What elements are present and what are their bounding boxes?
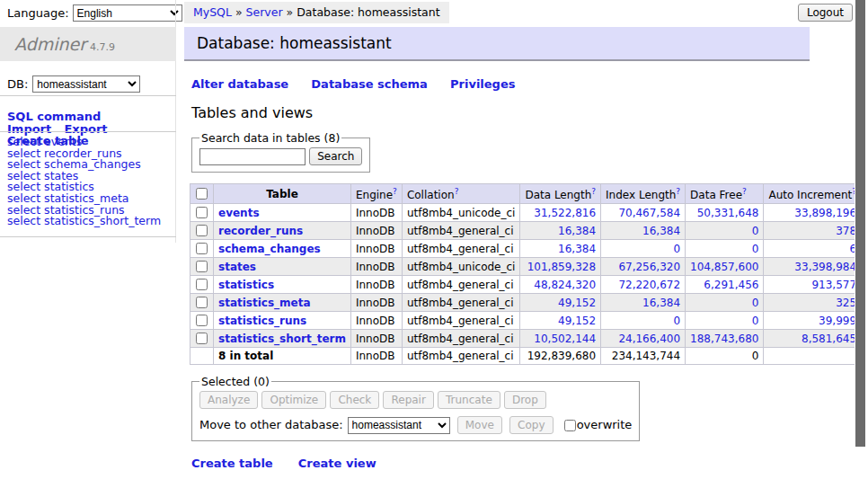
table-link-statistics_short_term[interactable]: statistics_short_term — [218, 333, 346, 345]
database-nav-links: Alter database Database schema Privilege… — [191, 77, 831, 91]
help-link-data-length[interactable]: ? — [591, 187, 596, 196]
move-db-select[interactable]: homeassistant — [348, 417, 450, 434]
breadcrumb-link-server[interactable]: Server — [246, 5, 283, 19]
breadcrumb-link-mysql[interactable]: MySQL — [193, 5, 232, 19]
cell-collation: utf8mb4_general_ci — [402, 276, 520, 294]
help-link-collation[interactable]: ? — [455, 187, 459, 196]
cell-index-length: 70,467,584 — [601, 204, 686, 222]
select-all-checkbox[interactable] — [196, 188, 208, 200]
table-row: statisticsInnoDButf8mb4_general_ci48,824… — [190, 276, 868, 294]
cell-index-length: 16,384 — [601, 222, 686, 240]
total-checkbox-spacer — [190, 348, 214, 365]
table-link-states[interactable]: states — [218, 261, 256, 273]
table-link-recorder_runs[interactable]: recorder_runs — [218, 225, 303, 237]
column-header-engine: Engine? — [350, 184, 402, 204]
cell-collation: utf8mb4_unicode_ci — [402, 258, 520, 276]
nav-link-privileges[interactable]: Privileges — [450, 77, 515, 91]
cell-engine: InnoDB — [350, 204, 402, 222]
row-checkbox-schema_changes[interactable] — [196, 243, 208, 254]
table-link-statistics_runs[interactable]: statistics_runs — [218, 315, 306, 327]
row-checkbox-statistics[interactable] — [196, 279, 208, 290]
row-checkbox-cell — [190, 258, 214, 276]
overwrite-checkbox[interactable] — [564, 420, 576, 431]
cell-data-length: 31,522,816 — [520, 204, 601, 222]
cell-data-free: 188,743,680 — [686, 330, 764, 348]
row-checkbox-cell — [190, 222, 214, 240]
sidebar-divider — [0, 131, 176, 132]
cell-engine: InnoDB — [350, 240, 402, 258]
nav-link-database-schema[interactable]: Database schema — [311, 77, 428, 91]
cell-auto-increment: 325 — [764, 294, 862, 312]
breadcrumb-separator: » — [287, 5, 294, 19]
cell-auto-increment: 33,398,984 — [764, 258, 862, 276]
table-row: recorder_runsInnoDButf8mb4_general_ci16,… — [190, 222, 868, 240]
vertical-scrollbar[interactable] — [855, 0, 868, 488]
cell-data-length: 10,502,144 — [520, 330, 601, 348]
help-link-index-length[interactable]: ? — [676, 187, 680, 196]
row-checkbox-events[interactable] — [196, 207, 208, 218]
row-checkbox-statistics_meta[interactable] — [196, 297, 208, 308]
total-data-free: 0 — [686, 348, 764, 365]
help-link-data-free[interactable]: ? — [742, 187, 747, 196]
table-header: TableEngine?Collation?Data Length?Index … — [190, 184, 868, 204]
row-checkbox-cell — [190, 294, 214, 312]
sidebar: Adminer4.7.9 DB:homeassistant SQL comman… — [0, 0, 176, 243]
cell-data-free: 0 — [686, 240, 764, 258]
sidebar-table-links: select eventsselect recorder_runsselect … — [7, 137, 174, 227]
cell-data-free: 0 — [686, 312, 764, 330]
cell-collation: utf8mb4_unicode_ci — [402, 204, 520, 222]
cell-index-length: 24,166,400 — [601, 330, 686, 348]
cell-auto-increment: 33,898,196 — [764, 204, 862, 222]
optimize-button: Optimize — [261, 391, 326, 409]
table-row: statistics_metaInnoDButf8mb4_general_ci4… — [190, 294, 868, 312]
logout-button[interactable]: Logout — [798, 4, 853, 22]
row-checkbox-cell — [190, 204, 214, 222]
link-create-view[interactable]: Create view — [298, 457, 376, 470]
create-links: Create table Create view — [191, 457, 831, 470]
total-engine: InnoDB — [350, 348, 402, 365]
cell-auto-increment: 913,577 — [764, 276, 862, 294]
sidebar-item-select-statistics_short_term[interactable]: select statistics_short_term — [7, 216, 174, 227]
cell-data-length: 49,152 — [520, 312, 601, 330]
cell-table-name: schema_changes — [214, 240, 351, 258]
table-link-statistics_meta[interactable]: statistics_meta — [218, 297, 311, 309]
search-input[interactable] — [199, 148, 306, 165]
sidebar-divider — [0, 95, 176, 96]
move-label: Move to other database: — [199, 418, 343, 431]
link-create-table[interactable]: Create table — [191, 457, 273, 470]
help-link-engine[interactable]: ? — [393, 187, 397, 196]
cell-collation: utf8mb4_general_ci — [402, 312, 520, 330]
cell-index-length: 16,384 — [601, 294, 686, 312]
cell-data-length: 16,384 — [520, 240, 601, 258]
table-link-events[interactable]: events — [218, 207, 260, 219]
cell-engine: InnoDB — [350, 222, 402, 240]
total-label: 8 in total — [214, 348, 351, 365]
copy-button: Copy — [509, 416, 553, 434]
tables-section-title: Tables and views — [191, 104, 831, 121]
nav-link-alter-database[interactable]: Alter database — [191, 77, 288, 91]
cell-engine: InnoDB — [350, 258, 402, 276]
row-checkbox-states[interactable] — [196, 261, 208, 272]
row-checkbox-cell — [190, 240, 214, 258]
db-select[interactable]: homeassistant — [32, 75, 140, 93]
table-link-statistics[interactable]: statistics — [218, 279, 274, 291]
cell-index-length: 0 — [601, 240, 686, 258]
total-data-length: 192,839,680 — [520, 348, 601, 365]
row-checkbox-statistics_short_term[interactable] — [196, 333, 208, 344]
cell-table-name: recorder_runs — [214, 222, 351, 240]
cell-data-free: 104,857,600 — [686, 258, 764, 276]
cell-data-free: 0 — [686, 222, 764, 240]
row-checkbox-recorder_runs[interactable] — [196, 225, 208, 236]
table-link-schema_changes[interactable]: schema_changes — [218, 243, 321, 255]
cell-data-length: 48,824,320 — [520, 276, 601, 294]
cell-engine: InnoDB — [350, 312, 402, 330]
row-checkbox-cell — [190, 330, 214, 348]
column-header-data-free: Data Free? — [686, 184, 764, 204]
cell-index-length: 0 — [601, 312, 686, 330]
scrollbar-thumb[interactable] — [855, 0, 865, 447]
sidebar-link-sql-command[interactable]: SQL command — [7, 110, 101, 123]
drop-button: Drop — [504, 391, 546, 409]
search-button[interactable]: Search — [309, 147, 362, 165]
row-checkbox-statistics_runs[interactable] — [196, 315, 208, 326]
cell-engine: InnoDB — [350, 276, 402, 294]
